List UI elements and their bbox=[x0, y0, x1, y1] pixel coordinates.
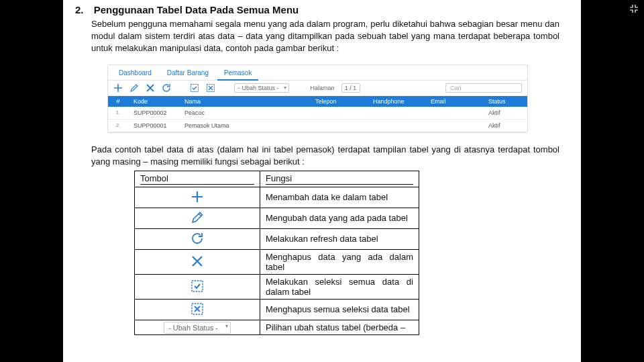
col-handphone[interactable]: Handphone bbox=[368, 96, 425, 107]
refresh-icon[interactable] bbox=[162, 83, 171, 93]
page-value[interactable]: 1 / 1 bbox=[341, 83, 360, 93]
select-all-icon[interactable] bbox=[190, 83, 199, 93]
viewport: 2. Penggunaan Tabel Data Pada Semua Menu… bbox=[0, 0, 644, 362]
paragraph-1: Sebelum pengguna memahami segala menu ya… bbox=[91, 18, 559, 55]
func-header-tombol: Tombol bbox=[135, 171, 260, 187]
func-desc: Menghapus data yang ada dalam tabel bbox=[260, 249, 419, 274]
document-page: 2. Penggunaan Tabel Data Pada Semua Menu… bbox=[63, 0, 581, 362]
edit-icon bbox=[190, 210, 205, 225]
tab-pemasok[interactable]: Pemasok bbox=[217, 68, 259, 81]
refresh-icon bbox=[190, 231, 205, 246]
tab-dashboard[interactable]: Dashboard bbox=[112, 68, 158, 79]
tab-bar: Dashboard Daftar Barang Pemasok bbox=[108, 65, 527, 81]
edit-icon[interactable] bbox=[129, 83, 139, 93]
func-desc: Melakukan refresh data tabel bbox=[260, 228, 419, 249]
func-icon-deselect-all bbox=[135, 299, 260, 320]
func-icon-refresh bbox=[135, 228, 260, 249]
svg-rect-2 bbox=[192, 281, 203, 291]
func-icon-status: - Ubah Status - bbox=[135, 320, 260, 334]
func-desc: Menghapus semua seleksi data tabel bbox=[260, 299, 419, 320]
table-row[interactable]: 2. SUPP00001 Pemasok Utama Aktif bbox=[108, 119, 527, 132]
func-desc: Mengubah data yang ada pada tabel bbox=[260, 208, 419, 228]
search-input[interactable]: Cari bbox=[445, 83, 522, 93]
func-desc: Melakukan seleksi semua data di dalam ta… bbox=[260, 274, 419, 299]
col-num[interactable]: # bbox=[108, 96, 128, 107]
plus-icon[interactable] bbox=[113, 83, 123, 93]
func-desc: Pilihan ubah status tabel (berbeda – bbox=[260, 320, 419, 334]
table-row[interactable]: 1. SUPP00002 Peacoc Aktif bbox=[108, 107, 527, 120]
section-title: Penggunaan Tabel Data Pada Semua Menu bbox=[94, 4, 299, 15]
col-telepon[interactable]: Telepon bbox=[310, 96, 368, 107]
select-all-icon bbox=[190, 279, 205, 293]
tab-daftar-barang[interactable]: Daftar Barang bbox=[160, 68, 215, 79]
col-email[interactable]: Email bbox=[425, 96, 483, 107]
toolbar: - Ubah Status - Halaman 1 / 1 Cari bbox=[108, 81, 527, 96]
section-number: 2. bbox=[75, 4, 91, 15]
deselect-all-icon[interactable] bbox=[206, 83, 215, 93]
func-desc: Menambah data ke dalam tabel bbox=[260, 187, 419, 208]
func-icon-edit bbox=[135, 208, 260, 228]
close-icon bbox=[190, 254, 205, 269]
function-table: Tombol Fungsi Menambah data ke dalam tab… bbox=[134, 171, 419, 335]
page-label: Halaman bbox=[311, 85, 335, 91]
func-header-fungsi: Fungsi bbox=[260, 171, 419, 187]
paragraph-2: Pada contoh tabel data di atas (dalam ha… bbox=[91, 144, 559, 168]
col-status[interactable]: Status bbox=[483, 96, 527, 107]
embedded-screenshot: Dashboard Daftar Barang Pemasok - Ubah S… bbox=[107, 64, 528, 133]
status-select[interactable]: - Ubah Status - bbox=[234, 83, 289, 93]
deselect-all-icon bbox=[190, 302, 205, 316]
func-icon-plus bbox=[135, 187, 260, 208]
col-kode[interactable]: Kode bbox=[128, 96, 179, 107]
func-icon-select-all bbox=[135, 274, 260, 299]
exit-fullscreen-icon[interactable] bbox=[628, 3, 641, 16]
data-grid: # Kode Nama Telepon Handphone Email Stat… bbox=[108, 96, 527, 132]
plus-icon bbox=[190, 189, 205, 204]
col-nama[interactable]: Nama bbox=[179, 96, 310, 107]
status-select-button[interactable]: - Ubah Status - bbox=[164, 322, 231, 334]
func-icon-close bbox=[135, 249, 260, 274]
close-icon[interactable] bbox=[146, 83, 155, 93]
